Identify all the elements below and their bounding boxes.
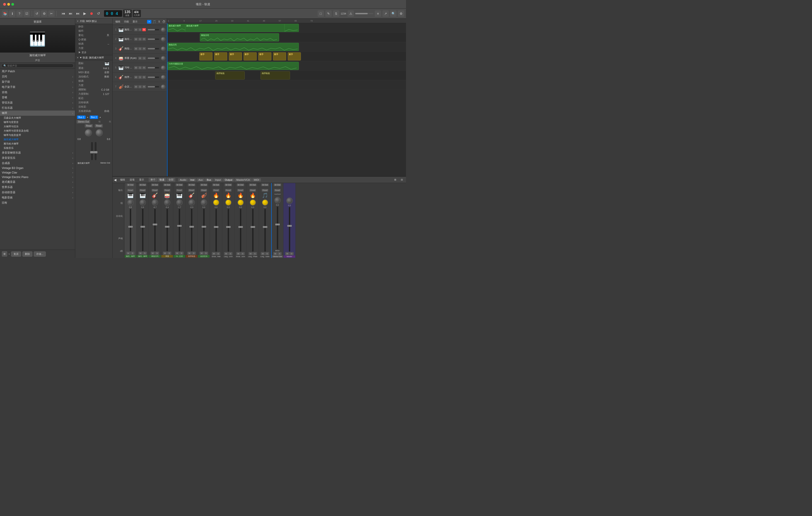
master-pan-knob[interactable] — [286, 198, 293, 204]
library-item-film-fx[interactable]: 电影音效 › — [0, 195, 75, 200]
ch8-mute-btn[interactable]: M — [212, 252, 216, 255]
track-lane-1[interactable]: 施坦威大钢琴 施坦威大钢琴 — [167, 23, 406, 33]
track-solo-6[interactable]: S — [138, 75, 142, 79]
track-pan-2[interactable] — [161, 37, 165, 41]
library-item-edrums[interactable]: 电子架子鼓 › — [0, 85, 75, 90]
loop-btn[interactable]: ↺ — [96, 11, 101, 16]
library-search-box[interactable] — [0, 63, 75, 69]
track-lane-6[interactable]: 倒序制造 倒序制造 — [167, 71, 406, 80]
mixer-aux-tab[interactable]: Aux — [197, 178, 205, 181]
ch2-mute-btn[interactable]: M — [139, 252, 143, 255]
ch5-fader-track[interactable] — [179, 209, 180, 251]
arrange-add-btn[interactable]: + — [147, 20, 151, 24]
ch12-mute-btn[interactable]: M — [261, 252, 265, 255]
library-item-drummer[interactable]: 自动鼓音器 › — [0, 190, 75, 195]
ch9-mute-btn[interactable]: M — [224, 252, 228, 255]
ch10-solo-btn[interactable]: S — [241, 252, 245, 255]
master-volume-slider[interactable] — [355, 13, 373, 14]
bus2-button[interactable]: Bus 2 — [90, 116, 98, 119]
clip-reverse-2[interactable]: 倒序制造 — [261, 71, 290, 80]
ch12-solo-btn[interactable]: S — [265, 252, 269, 255]
ch3-mute-btn[interactable]: M — [151, 252, 155, 255]
window-controls[interactable] — [3, 3, 14, 6]
left-read-badge[interactable]: Read — [85, 124, 93, 127]
ch4-mute-btn[interactable]: M — [163, 252, 167, 255]
track-vol-1[interactable] — [148, 29, 159, 30]
ch9-solo-btn[interactable]: S — [228, 252, 232, 255]
save-button[interactable]: 存储... — [34, 251, 46, 256]
ff-btn[interactable]: ⏭ — [67, 11, 74, 16]
track-freeze-mode-row[interactable]: 冻结模式: 推前 — [77, 74, 111, 79]
alert-btn[interactable]: ⚠ — [348, 10, 354, 17]
track-solo-5[interactable]: S — [138, 66, 142, 69]
ch8-auto-badge[interactable]: Read — [213, 189, 220, 192]
master-solo-btn[interactable]: D — [290, 252, 294, 255]
track-name-6[interactable]: 倒序制造 — [124, 75, 133, 79]
stereo-pan-knob[interactable] — [274, 197, 281, 204]
track-pentatonic-row[interactable]: 五线谱风格: 自动 — [77, 109, 111, 113]
ch2-fader-track[interactable] — [142, 209, 143, 251]
track-lane-5[interactable]: 70年代模拟主音 — [167, 61, 406, 71]
mixer-cols-btn[interactable]: ⊟ — [399, 178, 405, 181]
score-btn[interactable]: S — [333, 10, 339, 17]
ch6-mute-btn[interactable]: M — [187, 252, 192, 255]
more-expand-btn[interactable]: ▶ 更多 — [77, 50, 111, 55]
arrange-display-btn[interactable]: 显示 — [131, 20, 139, 24]
right-fader-track[interactable] — [95, 142, 96, 160]
track-mute-5[interactable]: M — [134, 66, 138, 69]
rewind-btn[interactable]: ⏮ — [60, 11, 67, 16]
param-quantize[interactable]: 量化: 关 — [77, 33, 111, 37]
ch9-fader-track[interactable] — [228, 209, 229, 252]
ch9-auto-badge[interactable]: Read — [225, 189, 232, 192]
track-name-4[interactable]: 厚重 (Kyle) — [124, 56, 137, 60]
track-note-range-row[interactable]: 调限制: C-2 G8 — [77, 87, 111, 92]
track-name-7[interactable]: 会议弦乐 — [124, 85, 133, 88]
library-item-synth[interactable]: 合成器 › — [0, 161, 75, 166]
track-name-2[interactable]: 施坦威大钢琴 — [124, 37, 133, 41]
ch3-solo-btn[interactable]: S — [155, 252, 159, 255]
track-vol-6[interactable] — [148, 77, 159, 78]
library-item-cone[interactable]: 音锥 › — [0, 95, 75, 100]
clip-bass-full[interactable]: 拇指贝司 — [168, 43, 299, 51]
ch6-solo-btn[interactable]: S — [192, 252, 196, 255]
gear-button[interactable]: ⚙ — [2, 251, 7, 256]
ch3-pan-knob[interactable] — [152, 199, 158, 206]
track-lane-3[interactable]: 拇指贝司 — [167, 42, 406, 52]
track-lane-4[interactable]: 鼓手 鼓手 鼓手 鼓手 鼓手 鼓手 鼓手 — [167, 52, 406, 61]
track-lane-7[interactable] — [167, 80, 406, 90]
ch11-pan-knob[interactable] — [250, 199, 256, 206]
clip-drum-2[interactable]: 鼓手 — [214, 52, 227, 60]
ch6-fader-track[interactable] — [191, 209, 192, 251]
master-fader-track[interactable] — [289, 207, 290, 252]
mixer-audio-tab[interactable]: Audio — [178, 178, 188, 181]
ch9-pan-knob[interactable] — [225, 199, 232, 206]
track-record-6[interactable]: R — [142, 75, 146, 79]
ch2-pan-knob[interactable] — [140, 199, 146, 206]
ch10-auto-badge[interactable]: Read — [237, 189, 244, 192]
library-item-vintage-ep[interactable]: Vintage Electric Piano › — [0, 175, 75, 179]
arrange-snap-btn[interactable]: S — [157, 20, 161, 24]
track-mute-1[interactable]: M — [134, 28, 138, 31]
delete-button[interactable]: 删除 — [23, 251, 32, 256]
ch6-pan-knob[interactable] — [188, 199, 195, 206]
track-name-5[interactable]: 70年代模拟主音 — [124, 66, 133, 69]
end-btn[interactable]: ⏭ — [75, 11, 81, 16]
track-vel-range-row[interactable]: 力度限制: 1 127 — [77, 92, 111, 96]
track-mute-4[interactable]: M — [138, 57, 142, 60]
clip-drum-1[interactable]: 鼓手 — [199, 52, 212, 60]
maximize-button[interactable] — [11, 3, 14, 6]
ch5-pan-knob[interactable] — [176, 199, 183, 206]
stereo-solo-btn[interactable]: S — [278, 252, 282, 255]
library-item-orchestral[interactable]: 管弦乐器 › — [0, 100, 75, 105]
search-btn[interactable]: 🔍 — [390, 10, 397, 17]
info-btn[interactable]: ℹ — [9, 10, 16, 17]
restore-button[interactable]: 复原 — [11, 251, 21, 256]
mixer-track-tab[interactable]: 轨道 — [158, 178, 166, 182]
mixer-midi-tab[interactable]: MIDI — [252, 178, 261, 181]
ch12-fader-track[interactable] — [264, 209, 266, 252]
track-mute-6[interactable]: M — [134, 75, 138, 79]
mixer-mastervca-tab[interactable]: Master/VCA — [234, 178, 252, 181]
track-pan-5[interactable] — [161, 65, 165, 70]
clip-drum-7[interactable]: 鼓手 — [288, 52, 301, 60]
mixer-edit-btn[interactable]: 编辑 — [118, 178, 127, 182]
